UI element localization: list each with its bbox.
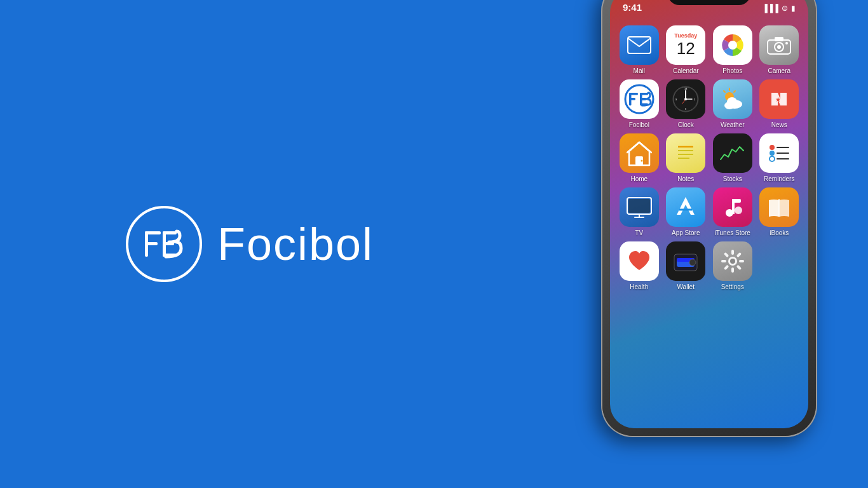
focibol-label: Focibol bbox=[629, 121, 649, 128]
calendar-day-label: Tuesday bbox=[674, 32, 697, 39]
brand-name: Focibol bbox=[217, 218, 374, 270]
appstore-icon bbox=[666, 187, 705, 227]
svg-point-42 bbox=[641, 160, 642, 162]
phone-wrapper: 9:41 ▐▐▐ ⊜ ▮ bbox=[531, 0, 868, 488]
photos-icon bbox=[713, 25, 752, 65]
svg-rect-68 bbox=[689, 259, 696, 266]
app-home[interactable]: Home bbox=[618, 133, 661, 182]
svg-rect-4 bbox=[163, 231, 177, 234]
svg-rect-47 bbox=[672, 139, 700, 167]
camera-icon bbox=[759, 25, 799, 65]
svg-rect-16 bbox=[629, 93, 638, 95]
svg-rect-71 bbox=[731, 250, 734, 255]
app-appstore[interactable]: App Store bbox=[665, 187, 708, 236]
focibol-icon bbox=[620, 79, 659, 119]
calendar-icon: Tuesday 12 bbox=[666, 25, 705, 65]
svg-rect-43 bbox=[674, 142, 697, 165]
news-icon: ★ bbox=[759, 79, 799, 119]
svg-point-51 bbox=[770, 151, 775, 156]
svg-rect-2 bbox=[145, 242, 158, 245]
svg-rect-75 bbox=[731, 268, 734, 273]
app-ibooks[interactable]: iBooks bbox=[758, 187, 801, 236]
svg-rect-64 bbox=[732, 199, 741, 203]
app-settings[interactable]: Settings bbox=[711, 241, 754, 290]
wallet-label: Wallet bbox=[677, 283, 695, 290]
svg-line-34 bbox=[734, 91, 735, 92]
app-weather[interactable]: Weather bbox=[711, 79, 754, 128]
app-health[interactable]: Health bbox=[618, 241, 661, 290]
notes-label: Notes bbox=[677, 175, 694, 182]
wallet-icon bbox=[666, 241, 705, 281]
clock-label: Clock bbox=[678, 121, 694, 128]
svg-point-13 bbox=[785, 42, 788, 44]
svg-rect-77 bbox=[721, 260, 726, 262]
appstore-label: App Store bbox=[672, 229, 700, 236]
settings-label: Settings bbox=[721, 283, 744, 290]
app-mail[interactable]: Mail bbox=[618, 25, 661, 74]
svg-point-38 bbox=[727, 97, 737, 106]
wifi-icon: ⊜ bbox=[782, 4, 788, 13]
logo-circle-icon bbox=[126, 206, 202, 282]
app-wallet[interactable]: Wallet bbox=[665, 241, 708, 290]
phone-showcase: 9:41 ▐▐▐ ⊜ ▮ bbox=[499, 0, 868, 488]
app-camera[interactable]: Camera bbox=[758, 25, 801, 74]
itunes-label: iTunes Store bbox=[715, 229, 750, 236]
news-label: News bbox=[771, 121, 787, 128]
ibooks-label: iBooks bbox=[770, 229, 789, 236]
ibooks-icon bbox=[759, 187, 799, 227]
app-reminders[interactable]: Reminders bbox=[758, 133, 801, 182]
app-calendar[interactable]: Tuesday 12 Calendar bbox=[665, 25, 708, 74]
reminders-label: Reminders bbox=[764, 175, 794, 182]
health-label: Health bbox=[630, 283, 648, 290]
svg-point-11 bbox=[777, 45, 781, 49]
home-label: Home bbox=[630, 175, 648, 182]
svg-rect-73 bbox=[739, 260, 744, 262]
app-tv[interactable]: TV bbox=[618, 187, 661, 236]
svg-point-49 bbox=[770, 145, 775, 150]
itunes-icon bbox=[713, 187, 752, 227]
mail-icon bbox=[620, 25, 659, 65]
app-notes[interactable]: Notes bbox=[665, 133, 708, 182]
svg-rect-1 bbox=[145, 231, 161, 234]
svg-rect-17 bbox=[629, 98, 635, 100]
settings-icon bbox=[713, 241, 752, 281]
calendar-label: Calendar bbox=[673, 67, 699, 74]
home-icon bbox=[620, 133, 659, 173]
app-stocks[interactable]: Stocks bbox=[711, 133, 754, 182]
svg-rect-74 bbox=[736, 265, 741, 270]
weather-label: Weather bbox=[721, 121, 745, 128]
phone-notch bbox=[668, 0, 750, 5]
mail-label: Mail bbox=[634, 67, 645, 74]
tv-icon bbox=[620, 187, 659, 227]
app-focibol[interactable]: Focibol bbox=[618, 79, 661, 128]
signal-icon: ▐▐▐ bbox=[762, 4, 778, 13]
app-itunes[interactable]: iTunes Store bbox=[711, 187, 754, 236]
svg-text:12: 12 bbox=[684, 87, 688, 90]
svg-point-8 bbox=[728, 41, 737, 50]
photos-label: Photos bbox=[722, 67, 742, 74]
status-time: 9:41 bbox=[623, 2, 642, 13]
app-news[interactable]: ★ News bbox=[758, 79, 801, 128]
svg-point-53 bbox=[770, 156, 775, 161]
status-icons: ▐▐▐ ⊜ ▮ bbox=[762, 4, 796, 13]
app-grid: Mail Tuesday 12 Calendar bbox=[610, 20, 808, 428]
reminders-icon bbox=[759, 133, 799, 173]
phone-shell: 9:41 ▐▐▐ ⊜ ▮ bbox=[601, 0, 817, 437]
svg-rect-12 bbox=[775, 37, 783, 41]
app-clock[interactable]: 12 3 6 9 Clock bbox=[665, 79, 708, 128]
phone-screen: 9:41 ▐▐▐ ⊜ ▮ bbox=[610, 0, 808, 428]
svg-point-70 bbox=[730, 259, 735, 264]
svg-rect-7 bbox=[628, 37, 651, 53]
battery-icon: ▮ bbox=[791, 4, 796, 13]
svg-rect-76 bbox=[724, 265, 729, 270]
svg-rect-19 bbox=[640, 93, 648, 95]
svg-rect-78 bbox=[724, 252, 729, 257]
camera-label: Camera bbox=[768, 67, 790, 74]
svg-point-62 bbox=[735, 207, 742, 214]
stocks-icon bbox=[713, 133, 752, 173]
brand-section: Focibol bbox=[0, 180, 499, 308]
health-icon bbox=[620, 241, 659, 281]
app-photos[interactable]: Photos bbox=[711, 25, 754, 74]
svg-line-35 bbox=[724, 91, 725, 92]
svg-point-31 bbox=[684, 98, 687, 100]
